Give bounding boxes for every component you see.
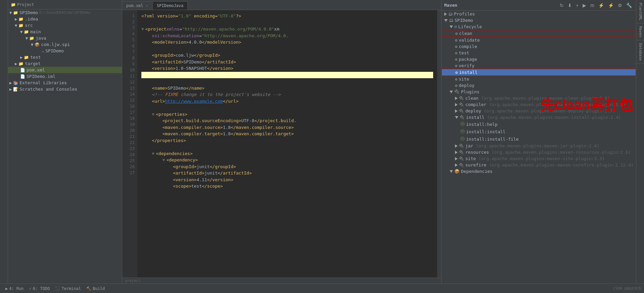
tree-spidemo[interactable]: ☕ SPIDemo: [8, 48, 122, 54]
folder-icon: 📁: [13, 10, 18, 15]
tab-terminal[interactable]: ⬛ Terminal: [52, 286, 84, 292]
maven-lifecycle[interactable]: ⚙ Lifecycle: [442, 23, 636, 30]
maven-plugin-install[interactable]: 🔌 install (org.apache.maven.plugins:mave…: [442, 114, 636, 120]
maven-profiles[interactable]: 🗂 Profiles: [442, 11, 636, 17]
install-gear-icon: ⚙: [455, 70, 458, 75]
maven-plugin-clean[interactable]: 🔌 clean (org.apache.maven.plugins:maven-…: [442, 95, 636, 101]
libs-icon: 📚: [13, 81, 18, 85]
plugin-clean-label: clean (org.apache.maven.plugins:maven-cl…: [465, 96, 610, 101]
maven-columns-btn[interactable]: ⚡: [607, 2, 615, 9]
breadcrumb: project: [122, 278, 441, 284]
right-tab-maven[interactable]: Maven: [636, 23, 644, 40]
tree-pom[interactable]: 📄 pom.xml: [8, 67, 122, 73]
maven-refresh-btn[interactable]: ↻: [558, 2, 565, 9]
maven-dependencies[interactable]: 📦 Dependencies: [442, 168, 636, 175]
tree-java[interactable]: ▼ 📁 java: [8, 35, 122, 41]
maven-verify[interactable]: ⚙ verify: [442, 62, 636, 69]
maven-deploy[interactable]: ⚙ deploy: [442, 82, 636, 89]
tab-todo[interactable]: ✓ 6: TODO: [27, 286, 53, 292]
maven-validate[interactable]: ⚙ validate: [442, 37, 636, 43]
maven-install-install[interactable]: ⓜ install:install: [442, 128, 636, 135]
bottom-bar: ▶ 4: Run ✓ 6: TODO ⬛ Terminal 🔨 Build CS…: [0, 284, 644, 293]
right-tab-plantuml[interactable]: PlantUML: [636, 0, 644, 23]
maven-m-btn[interactable]: m: [589, 2, 596, 9]
code-line-15: [141, 104, 433, 111]
spidemo-expand-icon: [444, 19, 448, 22]
plugin-deploy-expand: [455, 109, 458, 113]
tree-scratches[interactable]: ▶ 📝 Scratches and Consoles: [8, 86, 122, 92]
maven-install[interactable]: ⚙ install: [442, 69, 636, 76]
package-icon: 📦: [35, 42, 40, 47]
plugin-deploy-icon: 🔌: [459, 109, 464, 113]
compile-label: compile: [459, 44, 477, 49]
tab-build[interactable]: 🔨 Build: [84, 286, 107, 292]
plugin-resources-label: resources (org.apache.maven.plugins:mave…: [465, 150, 631, 155]
tab-spidemo-java[interactable]: SPIDemoJava: [153, 1, 188, 10]
tab-run[interactable]: ▶ 4: Run: [3, 286, 27, 292]
code-line-2: [141, 19, 433, 26]
maven-clean[interactable]: ⚙ clean: [442, 30, 636, 37]
tree-external-libs[interactable]: ▶ 📚 External Libraries: [8, 80, 122, 86]
folder-icon: 📁: [18, 61, 24, 66]
plugin-clean-expand: [455, 97, 458, 100]
project-tree: ▼ 📁 SPIDemo D:\JavaIDEACode\SPIDemo ▶ 📁 …: [8, 9, 122, 284]
validate-gear-icon: ⚙: [455, 38, 457, 43]
folder-icon: 📁: [18, 23, 24, 28]
code-line-1: <?xml version="1.0" encoding="UTF-8"?>: [141, 13, 433, 19]
maven-site[interactable]: ⚙ site: [442, 76, 636, 82]
plugin-jar-expand: [455, 144, 458, 148]
tree-target[interactable]: ▶ 📁 target: [8, 60, 122, 67]
plugin-site-icon: 🔌: [459, 156, 464, 161]
maven-install-help[interactable]: ⓜ install:help: [442, 120, 636, 128]
editor-scrollbar[interactable]: [437, 10, 441, 278]
code-line-9: <version>1.0-SNAPSHOT</version>: [141, 65, 433, 72]
maven-download-btn[interactable]: ⬇: [566, 2, 573, 9]
triangle-down-icon: ▼: [26, 36, 28, 41]
sidebar-title: Project: [17, 2, 34, 7]
maven-run-btn[interactable]: ▶: [581, 2, 588, 9]
maven-plugin-jar[interactable]: 🔌 jar (org.apache.maven.plugins:maven-ja…: [442, 143, 636, 149]
plugins-label: Plugins: [461, 89, 479, 94]
plugin-resources-icon: 🔌: [459, 150, 464, 155]
tree-main[interactable]: ▼ 📁 main: [8, 29, 122, 35]
maven-plugins[interactable]: 🔌 Plugins: [442, 89, 636, 95]
maven-plugin-surefire[interactable]: 🔌 surefire (org.apache.maven.plugins:mav…: [442, 162, 636, 168]
tab-pom[interactable]: pom.xml ✓: [122, 1, 153, 10]
tree-test[interactable]: ▶ 📁 test: [8, 54, 122, 60]
triangle-down-icon: ▼: [15, 23, 17, 28]
compile-gear-icon: ⚙: [455, 44, 457, 49]
test-label: test: [30, 55, 41, 60]
tree-package[interactable]: ▼ 📦 com.ljw.spi: [8, 41, 122, 48]
plugin-jar-icon: 🔌: [459, 144, 464, 148]
maven-plugin-compiler[interactable]: 🔌 compiler (org.apache.maven.plugins:mav…: [442, 101, 636, 108]
verify-label: verify: [459, 63, 474, 68]
triangle-down-icon: ▼: [20, 30, 22, 34]
tree-idea[interactable]: ▶ 📁 .idea: [8, 16, 122, 22]
maven-install-file[interactable]: ⓜ install:install-file: [442, 135, 636, 143]
maven-test[interactable]: ⚙ test: [442, 50, 636, 56]
maven-plugin-deploy[interactable]: 🔌 deploy (org.apache.maven.plugins:maven…: [442, 108, 636, 114]
maven-spidemo[interactable]: 🗂 SPIDemo: [442, 17, 636, 23]
maven-compile[interactable]: ⚙ compile: [442, 43, 636, 50]
tree-iml[interactable]: 📄 SPIDemo.iml: [8, 73, 122, 80]
right-tab-database[interactable]: Database: [636, 40, 644, 64]
package-lifecycle-label: package: [459, 57, 477, 62]
pom-tab-label: pom.xml: [126, 3, 143, 8]
code-content[interactable]: <?xml version="1.0" encoding="UTF-8"?> ▼…: [137, 10, 437, 278]
maven-plugin-resources[interactable]: 🔌 resources (org.apache.maven.plugins:ma…: [442, 149, 636, 155]
maven-double-btn[interactable]: ⚡: [597, 2, 605, 9]
code-line-12: <name>SPIDemo</name>: [141, 85, 433, 92]
plugin-site-expand: [455, 157, 458, 160]
maven-package[interactable]: ⚙ package: [442, 56, 636, 62]
tree-src[interactable]: ▼ 📁 src: [8, 22, 122, 29]
code-line-18: <maven.compiler.source>1.8</maven.compil…: [141, 124, 433, 131]
maven-add-btn[interactable]: +: [574, 2, 580, 9]
tree-root[interactable]: ▼ 📁 SPIDemo D:\JavaIDEACode\SPIDemo: [8, 9, 122, 16]
plugin-jar-label: jar (org.apache.maven.plugins:maven-jar-…: [465, 143, 599, 148]
maven-settings-btn[interactable]: ⚙: [616, 2, 624, 9]
src-label: src: [25, 23, 33, 28]
plugin-deploy-label: deploy (org.apache.maven.plugins:maven-d…: [465, 108, 615, 113]
maven-plugin-site[interactable]: 🔌 site (org.apache.maven.plugins:maven-s…: [442, 155, 636, 162]
code-line-14: <url>http://www.example.com</url>: [141, 98, 433, 105]
maven-wrench-btn[interactable]: 🔧: [625, 2, 633, 9]
